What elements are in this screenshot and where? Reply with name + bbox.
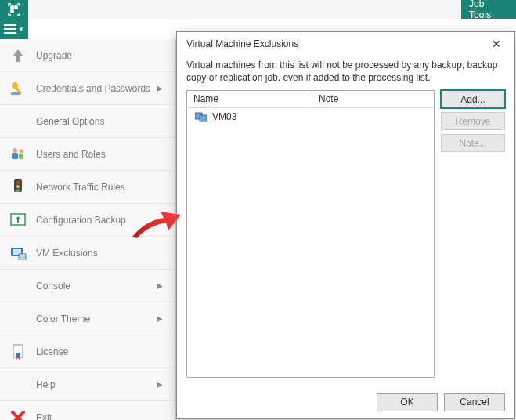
qr-icon <box>0 0 28 19</box>
vm-exclusions-icon: VM <box>8 243 28 263</box>
ok-button[interactable]: OK <box>377 393 438 411</box>
exclusions-list[interactable]: Name Note VM03 <box>186 90 435 378</box>
remove-button: Remove <box>441 112 505 130</box>
job-tools-tab[interactable]: Job Tools <box>461 0 516 19</box>
main-menu-button[interactable]: ▼ <box>0 19 28 39</box>
key-icon <box>8 78 28 99</box>
menu-color-theme[interactable]: Color Theme ▶ <box>0 302 175 335</box>
upgrade-icon <box>8 45 28 66</box>
menu-console[interactable]: Console ▶ <box>0 270 175 302</box>
vm-icon <box>193 110 209 123</box>
svg-rect-2 <box>11 10 13 13</box>
add-button[interactable]: Add... <box>441 90 505 108</box>
main-menu: Upgrade Credentials and Passwords ▶ Gene… <box>0 39 176 420</box>
dialog-title-text: Virtual Machine Exclusions <box>186 38 485 49</box>
submenu-caret-icon: ▶ <box>157 281 163 290</box>
col-name[interactable]: Name <box>187 91 312 107</box>
svg-point-11 <box>20 149 23 153</box>
list-row[interactable]: VM03 <box>187 108 434 125</box>
menu-label: General Options <box>36 116 168 127</box>
exit-icon <box>8 407 28 421</box>
menu-label: Network Traffic Rules <box>36 182 168 193</box>
blank-icon <box>8 375 28 395</box>
note-button: Note... <box>441 134 505 152</box>
dialog-body: Virtual machines from this list will not… <box>177 56 514 386</box>
list-header: Name Note <box>187 91 434 108</box>
submenu-caret-icon: ▶ <box>157 380 163 389</box>
dialog-footer: OK Cancel <box>177 386 514 418</box>
svg-point-15 <box>16 185 20 188</box>
hamburger-icon <box>4 24 16 34</box>
svg-rect-8 <box>11 92 20 95</box>
menu-label: License <box>36 346 168 357</box>
close-button[interactable]: ✕ <box>485 38 508 50</box>
menu-label: Help <box>36 379 157 390</box>
svg-rect-10 <box>12 153 18 159</box>
svg-point-9 <box>13 148 17 153</box>
users-icon <box>8 144 28 165</box>
svg-rect-3 <box>4 24 16 26</box>
vm-exclusions-dialog: Virtual Machine Exclusions ✕ Virtual mac… <box>176 31 515 419</box>
svg-text:VM: VM <box>20 254 27 259</box>
cancel-button[interactable]: Cancel <box>444 393 505 411</box>
scan-icon <box>8 3 20 16</box>
menu-label: Upgrade <box>36 50 168 61</box>
menu-credentials[interactable]: Credentials and Passwords ▶ <box>0 72 175 105</box>
dialog-titlebar: Virtual Machine Exclusions ✕ <box>177 32 514 56</box>
dialog-description: Virtual machines from this list will not… <box>186 56 505 84</box>
traffic-icon <box>8 177 28 197</box>
menu-label: Credentials and Passwords <box>36 83 157 94</box>
config-backup-icon <box>8 210 28 230</box>
menu-label: Configuration Backup <box>36 215 168 226</box>
col-note[interactable]: Note <box>312 91 434 107</box>
svg-rect-4 <box>4 28 16 30</box>
menu-help[interactable]: Help ▶ <box>0 368 175 401</box>
svg-rect-0 <box>11 6 13 9</box>
svg-rect-5 <box>4 32 16 34</box>
svg-rect-1 <box>15 6 17 9</box>
menu-upgrade[interactable]: Upgrade <box>0 39 175 72</box>
chevron-down-icon: ▼ <box>18 26 24 33</box>
topbar: Job Tools <box>0 0 516 19</box>
menu-exit[interactable]: Exit <box>0 401 175 420</box>
submenu-caret-icon: ▶ <box>157 84 163 92</box>
menu-label: Exit <box>36 412 168 421</box>
blank-icon <box>8 309 28 329</box>
submenu-caret-icon: ▶ <box>157 314 163 323</box>
menu-license[interactable]: License <box>0 335 175 368</box>
row-name: VM03 <box>212 111 236 122</box>
svg-rect-12 <box>19 154 23 159</box>
menu-network-traffic[interactable]: Network Traffic Rules <box>0 171 175 204</box>
menu-label: VM Exclusions <box>36 248 168 259</box>
menu-config-backup[interactable]: Configuration Backup <box>0 204 175 237</box>
menu-users-roles[interactable]: Users and Roles <box>0 138 175 171</box>
menu-general-options[interactable]: General Options <box>0 105 175 138</box>
svg-point-16 <box>16 189 20 192</box>
dialog-side-buttons: Add... Remove Note... <box>441 90 505 378</box>
menu-label: Color Theme <box>36 313 157 324</box>
menu-label: Console <box>36 281 157 291</box>
svg-rect-25 <box>200 115 207 121</box>
menu-vm-exclusions[interactable]: VM VM Exclusions <box>0 237 175 270</box>
blank-icon <box>8 111 28 132</box>
menu-label: Users and Roles <box>36 149 168 160</box>
license-icon <box>8 342 28 362</box>
svg-point-14 <box>16 181 20 184</box>
blank-icon <box>8 276 28 296</box>
